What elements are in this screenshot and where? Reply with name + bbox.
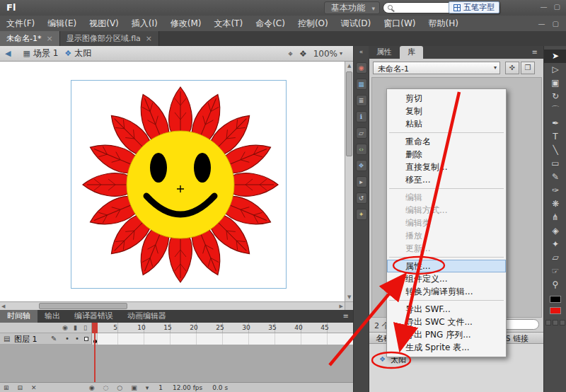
layer-name[interactable]: 图层 1	[14, 334, 37, 345]
doc-tab-show-image-region[interactable]: 显示图像部分区域.fla ×	[60, 31, 159, 46]
free-transform-tool[interactable]: ▣	[544, 76, 566, 90]
swatches-icon[interactable]: ▦	[356, 79, 367, 90]
hand-tool[interactable]: ☞	[544, 265, 566, 278]
menu-item-delete[interactable]: 删除	[387, 148, 506, 161]
stroke-color-chip[interactable]	[550, 296, 561, 303]
pencil-tool[interactable]: ✎	[544, 171, 566, 184]
layer-frames-row[interactable]	[92, 333, 353, 345]
scroll-down-icon[interactable]: ▼	[347, 293, 351, 301]
motion-presets-icon[interactable]: ▸	[356, 176, 367, 188]
layer-lock-dot[interactable]: •	[75, 335, 79, 342]
bone-tool[interactable]: ⋔	[544, 211, 566, 224]
paint-bucket-tool[interactable]: ◈	[544, 224, 566, 238]
sun-flower-graphic[interactable]	[70, 81, 291, 288]
menu-text[interactable]: 文本(T)	[207, 16, 249, 31]
minimize-window-icon[interactable]: —	[538, 20, 545, 28]
menu-item-copy[interactable]: 复制	[387, 105, 506, 117]
selection-tool[interactable]: ➤	[544, 50, 566, 63]
tab-timeline[interactable]: 时间轴	[0, 310, 37, 323]
menu-insert[interactable]: 插入(I)	[125, 16, 164, 31]
menu-item-export-png-sequence[interactable]: 导出 PNG 序列...	[387, 328, 506, 341]
brush-tool[interactable]: ✑	[544, 184, 566, 197]
menu-modify[interactable]: 修改(M)	[164, 16, 208, 31]
menu-control[interactable]: 控制(O)	[291, 16, 335, 31]
menu-debug[interactable]: 调试(D)	[335, 16, 378, 31]
menu-commands[interactable]: 命令(C)	[249, 16, 291, 31]
transform-icon[interactable]: ▱	[356, 127, 367, 139]
code-snippets-icon[interactable]: ‹›	[356, 144, 367, 155]
expand-panels-icon[interactable]: «	[354, 46, 369, 57]
back-arrow-icon[interactable]: ◀	[5, 49, 11, 58]
color-icon[interactable]: ◉	[356, 62, 367, 74]
eye-icon[interactable]: ◉	[62, 324, 68, 331]
playhead-marker[interactable]	[92, 323, 98, 333]
tab-compiler-errors[interactable]: 编译器错误	[67, 310, 120, 323]
menu-item-cut[interactable]: 剪切	[387, 92, 506, 105]
scrollbar-thumb[interactable]	[39, 303, 127, 309]
menu-item-move-to[interactable]: 移至...	[387, 173, 506, 186]
horizontal-scrollbar[interactable]: ◀ ▶	[0, 301, 345, 310]
onion-outline-icon[interactable]: ○	[117, 384, 122, 391]
center-frame-icon[interactable]: ⌖	[288, 49, 293, 59]
menu-file[interactable]: 文件(F)	[0, 16, 41, 31]
layer-visible-dot[interactable]: •	[65, 335, 69, 342]
tab-library[interactable]: 库	[400, 46, 423, 59]
menu-item-component-definition[interactable]: 组件定义...	[387, 272, 506, 285]
doc-tab-untitled[interactable]: 未命名-1* ×	[0, 31, 60, 46]
menu-item-paste[interactable]: 粘贴	[387, 117, 506, 130]
pen-tool[interactable]: ✒	[544, 117, 566, 130]
zoom-select[interactable]: 100% ▾	[313, 49, 342, 59]
lock-icon[interactable]: ▮	[74, 324, 77, 331]
workspace-switcher-button[interactable]: 基本功能 ▾	[324, 1, 380, 14]
text-tool[interactable]: T	[544, 130, 566, 144]
history-icon[interactable]: ↺	[356, 192, 367, 204]
menu-item-export-swf[interactable]: 导出 SWF...	[387, 303, 506, 316]
library-document-select[interactable]: 未命名-1 ▾	[373, 62, 500, 74]
onion-skin-icon[interactable]: ◌	[103, 384, 109, 391]
eraser-tool[interactable]: ▱	[544, 251, 566, 265]
subselection-tool[interactable]: ▷	[544, 63, 566, 76]
layer-row[interactable]: ▤ 图层 1 ✎ • •	[0, 333, 92, 345]
menu-item-properties[interactable]: 属性...	[387, 260, 506, 272]
menu-item-rename[interactable]: 重命名	[387, 135, 506, 148]
menu-window[interactable]: 窗口(W)	[377, 16, 422, 31]
canvas-pasteboard[interactable]	[0, 62, 345, 301]
tab-motion-editor[interactable]: 动画编辑器	[120, 310, 173, 323]
menu-item-duplicate[interactable]: 直接复制...	[387, 161, 506, 173]
pin-library-icon[interactable]: ✜	[505, 62, 519, 74]
menu-item-convert-to-compiled-clip[interactable]: 转换为编译剪辑...	[387, 285, 506, 298]
info-icon[interactable]: ℹ	[356, 111, 367, 122]
panel-menu-icon[interactable]: ≡	[532, 46, 538, 59]
eyedropper-tool[interactable]: ✦	[544, 238, 566, 251]
tool-option-button[interactable]	[545, 320, 551, 325]
actions-icon[interactable]: ✦	[356, 209, 367, 220]
timeline-frame-ruler[interactable]: 1 5 10 15 20 25 30 35 40 45	[92, 323, 353, 333]
close-icon[interactable]: ×	[146, 34, 152, 43]
delete-layer-icon[interactable]: ✕	[31, 384, 37, 391]
ime-indicator[interactable]: 五笔字型	[449, 1, 499, 13]
new-folder-icon[interactable]: ⊟	[18, 384, 23, 391]
panel-menu-icon[interactable]: ≡	[343, 310, 349, 323]
align-icon[interactable]: ≣	[356, 95, 367, 106]
line-tool[interactable]: ╲	[544, 144, 566, 157]
menu-view[interactable]: 视图(V)	[83, 16, 125, 31]
components-icon[interactable]: ❖	[356, 160, 367, 171]
rectangle-tool[interactable]: ▭	[544, 157, 566, 171]
modify-markers-icon[interactable]: ▾	[146, 384, 149, 391]
center-frame-icon[interactable]: ◉	[89, 384, 95, 391]
tool-option-button[interactable]	[553, 320, 558, 325]
scroll-up-icon[interactable]: ▲	[347, 62, 351, 70]
menu-help[interactable]: 帮助(H)	[422, 16, 465, 31]
edit-multiple-frames-icon[interactable]: ▣	[131, 384, 137, 391]
scrollbar-thumb[interactable]	[346, 71, 352, 156]
layer-outline-color[interactable]	[84, 337, 88, 341]
deco-tool[interactable]: ❋	[544, 197, 566, 211]
new-layer-icon[interactable]: ⊞	[4, 384, 9, 391]
menu-edit[interactable]: 编辑(E)	[41, 16, 83, 31]
outline-icon[interactable]: ▯	[83, 324, 87, 331]
tab-properties[interactable]: 属性	[369, 46, 400, 59]
fill-color-chip[interactable]	[550, 307, 561, 314]
new-library-panel-icon[interactable]: ❐	[521, 62, 535, 74]
maximize-icon[interactable]: ▢	[554, 3, 560, 11]
zoom-tool[interactable]: ⚲	[544, 278, 566, 292]
